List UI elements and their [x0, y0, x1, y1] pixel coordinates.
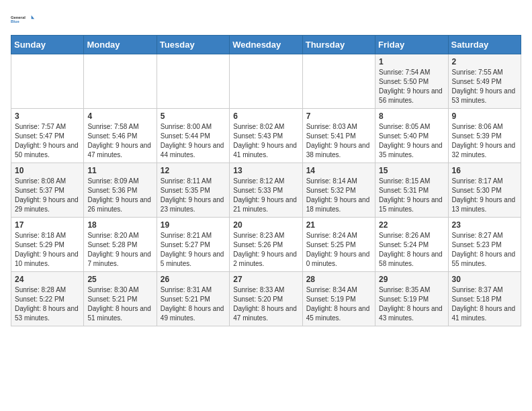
- calendar-cell-w5-d5: 28Sunrise: 8:34 AM Sunset: 5:19 PM Dayli…: [302, 272, 375, 326]
- day-number: 20: [233, 220, 298, 230]
- day-detail: Sunrise: 8:09 AM Sunset: 5:36 PM Dayligh…: [87, 177, 152, 214]
- day-detail: Sunrise: 8:37 AM Sunset: 5:18 PM Dayligh…: [452, 285, 517, 323]
- day-number: 12: [161, 166, 226, 175]
- week-row-4: 17Sunrise: 8:18 AM Sunset: 5:29 PM Dayli…: [11, 218, 521, 272]
- day-number: 8: [379, 111, 444, 121]
- day-number: 19: [161, 220, 226, 230]
- day-detail: Sunrise: 8:33 AM Sunset: 5:20 PM Dayligh…: [233, 285, 298, 323]
- day-number: 11: [87, 166, 152, 175]
- calendar-cell-w2-d7: 9Sunrise: 8:06 AM Sunset: 5:39 PM Daylig…: [448, 109, 521, 163]
- day-detail: Sunrise: 8:02 AM Sunset: 5:43 PM Dayligh…: [233, 122, 298, 160]
- weekday-header-wednesday: Wednesday: [230, 36, 302, 54]
- day-detail: Sunrise: 8:21 AM Sunset: 5:27 PM Dayligh…: [161, 231, 226, 269]
- calendar-cell-w3-d7: 16Sunrise: 8:17 AM Sunset: 5:30 PM Dayli…: [448, 163, 521, 218]
- day-detail: Sunrise: 8:15 AM Sunset: 5:31 PM Dayligh…: [379, 177, 444, 214]
- day-number: 1: [379, 57, 444, 66]
- calendar-cell-w2-d2: 4Sunrise: 7:58 AM Sunset: 5:46 PM Daylig…: [84, 109, 157, 163]
- weekday-header-saturday: Saturday: [448, 36, 521, 54]
- day-detail: Sunrise: 8:30 AM Sunset: 5:21 PM Dayligh…: [87, 285, 152, 323]
- calendar-cell-w1-d5: [302, 54, 375, 109]
- weekday-header-monday: Monday: [84, 36, 157, 54]
- day-number: 25: [87, 275, 152, 284]
- day-detail: Sunrise: 8:24 AM Sunset: 5:25 PM Dayligh…: [306, 231, 371, 269]
- day-detail: Sunrise: 8:05 AM Sunset: 5:40 PM Dayligh…: [379, 122, 444, 160]
- day-number: 30: [452, 275, 517, 284]
- day-detail: Sunrise: 8:17 AM Sunset: 5:30 PM Dayligh…: [452, 177, 517, 214]
- week-row-3: 10Sunrise: 8:08 AM Sunset: 5:37 PM Dayli…: [11, 163, 521, 218]
- day-number: 10: [15, 166, 80, 175]
- day-number: 15: [379, 166, 444, 175]
- day-number: 18: [87, 220, 152, 230]
- day-number: 27: [233, 275, 298, 284]
- header: GeneralBlue: [11, 11, 521, 30]
- calendar-table: SundayMondayTuesdayWednesdayThursdayFrid…: [11, 35, 521, 326]
- calendar-cell-w4-d2: 18Sunrise: 8:20 AM Sunset: 5:28 PM Dayli…: [84, 218, 157, 272]
- day-detail: Sunrise: 8:23 AM Sunset: 5:26 PM Dayligh…: [233, 231, 298, 269]
- calendar-cell-w4-d7: 23Sunrise: 8:27 AM Sunset: 5:23 PM Dayli…: [448, 218, 521, 272]
- day-detail: Sunrise: 8:34 AM Sunset: 5:19 PM Dayligh…: [306, 285, 371, 323]
- day-detail: Sunrise: 8:06 AM Sunset: 5:39 PM Dayligh…: [452, 122, 517, 160]
- logo: GeneralBlue: [11, 11, 35, 30]
- day-number: 22: [379, 220, 444, 230]
- day-number: 4: [87, 111, 152, 121]
- svg-text:General: General: [11, 15, 26, 19]
- day-number: 13: [233, 166, 298, 175]
- day-detail: Sunrise: 8:14 AM Sunset: 5:32 PM Dayligh…: [306, 177, 371, 214]
- day-number: 24: [15, 275, 80, 284]
- day-detail: Sunrise: 8:12 AM Sunset: 5:33 PM Dayligh…: [233, 177, 298, 214]
- weekday-header-tuesday: Tuesday: [157, 36, 229, 54]
- calendar-cell-w3-d5: 14Sunrise: 8:14 AM Sunset: 5:32 PM Dayli…: [302, 163, 375, 218]
- calendar-cell-w5-d1: 24Sunrise: 8:28 AM Sunset: 5:22 PM Dayli…: [11, 272, 84, 326]
- calendar-cell-w4-d6: 22Sunrise: 8:26 AM Sunset: 5:24 PM Dayli…: [375, 218, 448, 272]
- calendar-cell-w3-d1: 10Sunrise: 8:08 AM Sunset: 5:37 PM Dayli…: [11, 163, 84, 218]
- day-detail: Sunrise: 8:35 AM Sunset: 5:19 PM Dayligh…: [379, 285, 444, 323]
- day-detail: Sunrise: 7:55 AM Sunset: 5:49 PM Dayligh…: [452, 68, 517, 105]
- day-number: 21: [306, 220, 371, 230]
- svg-marker-2: [32, 15, 35, 19]
- calendar-cell-w2-d6: 8Sunrise: 8:05 AM Sunset: 5:40 PM Daylig…: [375, 109, 448, 163]
- calendar-cell-w1-d6: 1Sunrise: 7:54 AM Sunset: 5:50 PM Daylig…: [375, 54, 448, 109]
- calendar-cell-w4-d1: 17Sunrise: 8:18 AM Sunset: 5:29 PM Dayli…: [11, 218, 84, 272]
- calendar-cell-w4-d4: 20Sunrise: 8:23 AM Sunset: 5:26 PM Dayli…: [230, 218, 302, 272]
- calendar-cell-w4-d3: 19Sunrise: 8:21 AM Sunset: 5:27 PM Dayli…: [157, 218, 229, 272]
- day-number: 3: [15, 111, 80, 121]
- day-number: 26: [161, 275, 226, 284]
- day-number: 9: [452, 111, 517, 121]
- day-detail: Sunrise: 7:58 AM Sunset: 5:46 PM Dayligh…: [87, 122, 152, 160]
- day-detail: Sunrise: 8:08 AM Sunset: 5:37 PM Dayligh…: [15, 177, 80, 214]
- week-row-2: 3Sunrise: 7:57 AM Sunset: 5:47 PM Daylig…: [11, 109, 521, 163]
- calendar-cell-w3-d6: 15Sunrise: 8:15 AM Sunset: 5:31 PM Dayli…: [375, 163, 448, 218]
- day-detail: Sunrise: 8:28 AM Sunset: 5:22 PM Dayligh…: [15, 285, 80, 323]
- day-number: 6: [233, 111, 298, 121]
- day-number: 29: [379, 275, 444, 284]
- day-detail: Sunrise: 8:26 AM Sunset: 5:24 PM Dayligh…: [379, 231, 444, 269]
- calendar-cell-w1-d3: [157, 54, 229, 109]
- calendar-cell-w1-d2: [84, 54, 157, 109]
- day-number: 16: [452, 166, 517, 175]
- logo-icon: GeneralBlue: [11, 11, 35, 30]
- svg-text:Blue: Blue: [11, 20, 19, 24]
- calendar-cell-w3-d3: 12Sunrise: 8:11 AM Sunset: 5:35 PM Dayli…: [157, 163, 229, 218]
- day-number: 5: [161, 111, 226, 121]
- day-number: 2: [452, 57, 517, 66]
- day-number: 23: [452, 220, 517, 230]
- day-detail: Sunrise: 8:03 AM Sunset: 5:41 PM Dayligh…: [306, 122, 371, 160]
- day-number: 28: [306, 275, 371, 284]
- calendar-cell-w2-d4: 6Sunrise: 8:02 AM Sunset: 5:43 PM Daylig…: [230, 109, 302, 163]
- day-detail: Sunrise: 7:54 AM Sunset: 5:50 PM Dayligh…: [379, 68, 444, 105]
- calendar-cell-w3-d4: 13Sunrise: 8:12 AM Sunset: 5:33 PM Dayli…: [230, 163, 302, 218]
- calendar-cell-w5-d6: 29Sunrise: 8:35 AM Sunset: 5:19 PM Dayli…: [375, 272, 448, 326]
- calendar-cell-w1-d1: [11, 54, 84, 109]
- day-number: 17: [15, 220, 80, 230]
- calendar-cell-w5-d4: 27Sunrise: 8:33 AM Sunset: 5:20 PM Dayli…: [230, 272, 302, 326]
- calendar-cell-w2-d3: 5Sunrise: 8:00 AM Sunset: 5:44 PM Daylig…: [157, 109, 229, 163]
- calendar-cell-w2-d5: 7Sunrise: 8:03 AM Sunset: 5:41 PM Daylig…: [302, 109, 375, 163]
- weekday-header-sunday: Sunday: [11, 36, 84, 54]
- week-row-1: 1Sunrise: 7:54 AM Sunset: 5:50 PM Daylig…: [11, 54, 521, 109]
- day-detail: Sunrise: 8:00 AM Sunset: 5:44 PM Dayligh…: [161, 122, 226, 160]
- calendar-cell-w5-d2: 25Sunrise: 8:30 AM Sunset: 5:21 PM Dayli…: [84, 272, 157, 326]
- day-detail: Sunrise: 8:18 AM Sunset: 5:29 PM Dayligh…: [15, 231, 80, 269]
- day-detail: Sunrise: 8:11 AM Sunset: 5:35 PM Dayligh…: [161, 177, 226, 214]
- calendar-cell-w5-d7: 30Sunrise: 8:37 AM Sunset: 5:18 PM Dayli…: [448, 272, 521, 326]
- calendar-cell-w4-d5: 21Sunrise: 8:24 AM Sunset: 5:25 PM Dayli…: [302, 218, 375, 272]
